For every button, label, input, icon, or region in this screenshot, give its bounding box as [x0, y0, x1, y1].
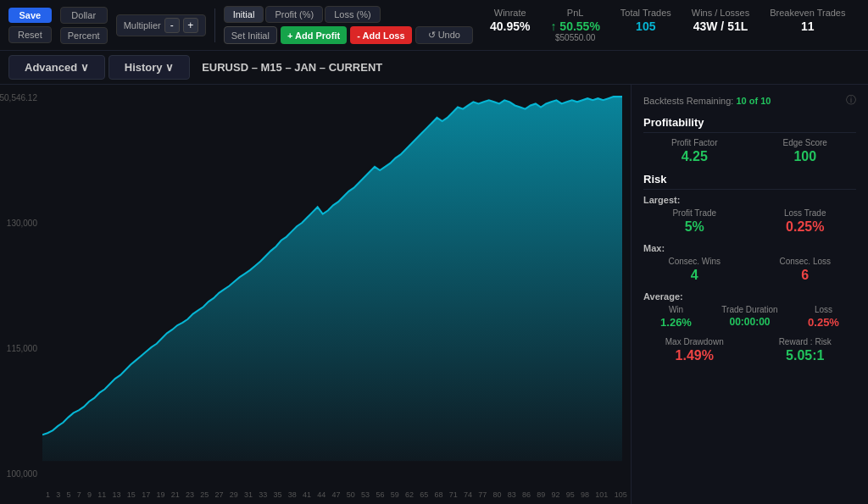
set-initial-button[interactable]: Set Initial	[224, 26, 277, 44]
x-label: 86	[522, 490, 531, 499]
y-label-2: 130,000	[7, 219, 37, 228]
x-label: 74	[464, 490, 472, 499]
y-axis-labels: 150,546.12 130,000 115,000 100,000	[0, 93, 42, 479]
x-label: 29	[230, 490, 238, 499]
pair-label: EURUSD – M15 – JAN – CURRENT	[202, 61, 382, 74]
stat-total-trades: Total Trades 105	[620, 8, 671, 42]
loss-trade-item: Loss Trade 0.25%	[754, 208, 857, 235]
info-icon[interactable]: ⓘ	[846, 93, 856, 108]
x-label: 9	[87, 490, 92, 499]
x-label: 23	[186, 490, 194, 499]
breakeven-value: 11	[801, 19, 815, 33]
x-label: 71	[449, 490, 458, 499]
save-reset-group: Save Reset	[8, 8, 52, 43]
consec-wins-label: Consec. Wins	[668, 257, 721, 266]
history-button[interactable]: History ∨	[108, 55, 190, 80]
undo-button[interactable]: ↺ Undo	[415, 26, 473, 44]
largest-label: Largest:	[643, 195, 856, 205]
x-label: 98	[581, 490, 589, 499]
profit-trade-item: Profit Trade 5%	[643, 208, 746, 235]
x-label: 65	[420, 490, 428, 499]
right-panel: Backtests Remaining: 10 of 10 ⓘ Profitab…	[631, 85, 868, 504]
win-item: Win 1.26%	[643, 305, 709, 329]
win-value: 1.26%	[660, 316, 692, 329]
x-label: 56	[376, 490, 384, 499]
consec-loss-label: Consec. Loss	[779, 257, 831, 266]
chart-svg	[42, 93, 622, 479]
x-label: 21	[171, 490, 180, 499]
dollar-button[interactable]: Dollar	[60, 7, 108, 24]
y-label-bottom: 100,000	[7, 469, 37, 479]
avg-loss-label: Loss	[815, 305, 832, 314]
reward-risk-value: 5.05:1	[786, 348, 824, 363]
edge-score-value: 100	[793, 149, 816, 164]
ipl-group: Initial Profit (%) Loss (%) Set Initial …	[224, 6, 473, 44]
profitability-title: Profitability	[643, 116, 856, 133]
profit-factor-item: Profit Factor 4.25	[643, 138, 746, 164]
add-profit-button[interactable]: + Add Profit	[281, 26, 347, 44]
multiplier-plus-button[interactable]: +	[183, 18, 198, 33]
x-label: 95	[566, 490, 575, 499]
trade-duration-value: 00:00:00	[729, 316, 770, 328]
add-loss-button[interactable]: - Add Loss	[350, 26, 411, 44]
profit-trade-label: Profit Trade	[672, 208, 716, 218]
x-label: 83	[508, 490, 516, 499]
dollar-percent-group: Dollar Percent	[60, 7, 108, 44]
loss-trade-value: 0.25%	[786, 219, 824, 235]
reward-risk-label: Reward : Risk	[779, 337, 832, 346]
x-label: 47	[332, 490, 341, 499]
percent-button[interactable]: Percent	[60, 27, 108, 44]
chart-area: 150,546.12 130,000 115,000 100,000 1 3 5…	[0, 85, 631, 504]
multiplier-label: Multiplier	[124, 20, 161, 30]
backtests-remaining: Backtests Remaining: 10 of 10 ⓘ	[643, 93, 856, 108]
advanced-button[interactable]: Advanced ∨	[8, 55, 105, 80]
stat-breakeven: Breakeven Trades 11	[770, 8, 845, 42]
max-drawdown-value: 1.49%	[676, 348, 714, 363]
x-label: 31	[244, 490, 253, 499]
stat-pnl: PnL ↑ 50.55% $50550.00	[550, 8, 599, 42]
ipl-actions: Set Initial + Add Profit - Add Loss ↺ Un…	[224, 26, 473, 44]
x-label: 80	[493, 490, 502, 499]
max-drawdown-item: Max Drawdown 1.49%	[643, 337, 746, 363]
ipl-tabs: Initial Profit (%) Loss (%)	[224, 6, 473, 23]
reward-risk-item: Reward : Risk 5.05:1	[754, 337, 857, 363]
x-label: 5	[67, 490, 71, 499]
x-label: 19	[156, 490, 164, 499]
x-label: 27	[214, 490, 223, 499]
x-label: 77	[478, 490, 487, 499]
pnl-dollar: $50550.00	[555, 33, 595, 42]
top-bar: Save Reset Dollar Percent Multiplier - +…	[0, 0, 868, 51]
multiplier-minus-button[interactable]: -	[164, 18, 180, 33]
y-label-3: 115,000	[7, 344, 37, 353]
consec-wins-value: 4	[691, 268, 698, 283]
trade-duration-item: Trade Duration 00:00:00	[717, 305, 782, 329]
stats-group: Winrate 40.95% PnL ↑ 50.55% $50550.00 To…	[490, 8, 846, 42]
x-label: 105	[615, 490, 627, 499]
x-label: 15	[127, 490, 136, 499]
save-button[interactable]: Save	[8, 8, 52, 23]
largest-metrics: Profit Trade 5% Loss Trade 0.25%	[643, 208, 856, 235]
total-trades-label: Total Trades	[620, 8, 671, 18]
x-label: 7	[77, 490, 81, 499]
breakeven-label: Breakeven Trades	[770, 8, 845, 18]
reset-button[interactable]: Reset	[8, 26, 52, 43]
total-trades-value: 105	[636, 19, 655, 33]
backtests-label: Backtests Remaining: 10 of 10	[643, 96, 771, 106]
x-label: 50	[347, 490, 355, 499]
divider	[214, 8, 215, 42]
tab-initial[interactable]: Initial	[224, 6, 264, 23]
x-label: 59	[391, 490, 399, 499]
x-label: 13	[113, 490, 121, 499]
x-label: 17	[142, 490, 150, 499]
x-label: 11	[97, 490, 106, 499]
tab-profit[interactable]: Profit (%)	[265, 6, 323, 23]
edge-score-label: Edge Score	[783, 138, 827, 147]
x-label: 3	[56, 490, 60, 499]
drawdown-rr-metrics: Max Drawdown 1.49% Reward : Risk 5.05:1	[643, 337, 856, 363]
avg-loss-value: 0.25%	[808, 316, 839, 329]
tab-loss[interactable]: Loss (%)	[325, 6, 380, 23]
win-label: Win	[669, 305, 683, 314]
x-label: 35	[274, 490, 282, 499]
x-label: 89	[537, 490, 545, 499]
trade-duration-label: Trade Duration	[721, 305, 777, 314]
